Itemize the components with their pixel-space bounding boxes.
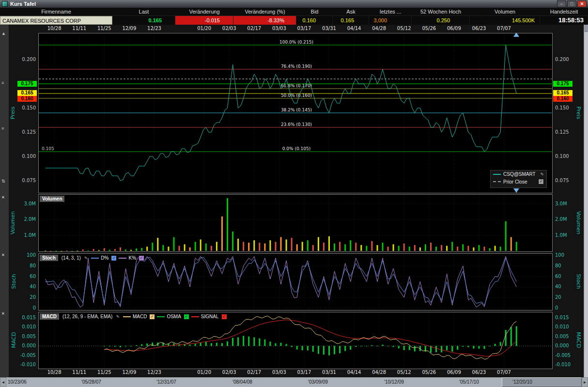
series-swatch [91, 258, 99, 259]
column-header-4[interactable]: Veränderung (%) [233, 8, 296, 15]
tool-icon[interactable]: ✎ [116, 314, 120, 319]
price-marker-mid-left: 0.165 [17, 90, 37, 96]
osma-histogram-bar [221, 343, 223, 346]
volume-bar [360, 245, 362, 251]
close-button[interactable]: ✕ [577, 0, 587, 7]
osma-histogram-bar [318, 346, 319, 354]
column-header-6[interactable]: Ask [333, 8, 369, 15]
date-tick-label-top: 10/28 [47, 26, 62, 31]
series-swatch [157, 316, 165, 317]
osma-histogram-bar [216, 343, 217, 346]
time-scrollbar[interactable]: ◄ ► 10/23/06'05/28/07'12/31/07'08/04/08'… [0, 377, 588, 387]
series-checkbox[interactable]: ✓ [111, 255, 117, 261]
volume-axis-label: Volumen [575, 211, 582, 234]
macd-tick-label: -0.010 [555, 362, 571, 367]
maximize-button[interactable]: □ [567, 0, 576, 7]
date-tick-label-top: 03/03 [272, 26, 286, 31]
osma-histogram-bar [409, 346, 410, 350]
scroll-up-icon[interactable]: ▲ [1, 31, 6, 36]
date-tick-label-top: 05/12 [397, 26, 411, 31]
volume-bar [179, 246, 180, 251]
quote-company-name[interactable]: CANAMEX RESOURCES CORP [0, 16, 112, 25]
minimize-button[interactable]: – [557, 0, 566, 7]
volume-tick-label: 3.0M [24, 201, 36, 206]
price-marker-mid-right: 0.165 [553, 90, 573, 96]
macd-tick-label: 0.005 [555, 334, 569, 339]
close-stoch-panel-icon[interactable]: ✕ [1, 253, 5, 257]
volume-panel-label: Volumen [40, 196, 64, 202]
column-header-7[interactable]: letztes ... [369, 8, 412, 15]
quote-row[interactable]: CANAMEX RESOURCES CORP 0.165 -0.015 -8.3… [0, 16, 588, 25]
price-tick-label: 0.150 [22, 105, 36, 110]
fib-level-label: 23.6% (0.130) [281, 122, 312, 127]
volume-bar [157, 238, 158, 251]
tool-icon[interactable]: ✎ [84, 256, 88, 261]
vertical-scrollbar[interactable] [584, 8, 588, 377]
series-checkbox[interactable]: ✓ [139, 255, 144, 261]
date-tick-label-top: 04/28 [372, 26, 386, 31]
fib-level-label: 100.0% (0.215) [279, 40, 313, 45]
date-tick-label-bottom: 01/20 [197, 370, 211, 375]
date-tick-label-bottom: 04/28 [372, 370, 386, 375]
volume-bar [205, 244, 207, 251]
osma-histogram-bar [243, 336, 244, 346]
volume-bar [200, 239, 201, 251]
scroll-right-icon[interactable]: ► [582, 377, 588, 387]
osma-histogram-bar [505, 330, 507, 346]
close-volume-panel-icon[interactable]: ✕ [1, 195, 5, 200]
close-macd-panel-icon[interactable]: ✕ [1, 311, 5, 316]
series-label: K% [128, 255, 136, 261]
osma-histogram-bar [253, 337, 255, 346]
stoch-tick-label: 20 [555, 294, 561, 300]
column-header-3[interactable]: Veränderung [175, 8, 233, 15]
tool-icon[interactable]: ✎ [540, 172, 544, 177]
osma-histogram-bar [355, 346, 356, 347]
volume-bar [446, 246, 448, 251]
volume-bar [232, 232, 233, 251]
chart-canvas[interactable]: 10/2810/2811/1111/1111/2511/2512/0912/09… [0, 0, 588, 387]
stoch-title: Stoch [40, 255, 58, 261]
osma-histogram-bar [120, 346, 121, 347]
page-up-icon[interactable] [513, 32, 519, 37]
volume-bar [237, 239, 239, 251]
volume-bar [382, 243, 384, 251]
volume-bar [312, 245, 314, 251]
macd-title: MACD [40, 313, 59, 320]
volume-panel-background[interactable] [39, 195, 553, 252]
volume-bar [61, 251, 62, 251]
stoch-tick-label: 0 [555, 305, 558, 310]
volume-bar [50, 251, 51, 251]
series-checkbox[interactable]: ✓ [221, 314, 227, 320]
column-header-1[interactable]: Firmenname [0, 8, 112, 15]
volume-bar [318, 237, 319, 251]
price-tick-label: 0.150 [555, 105, 569, 110]
volume-bar [409, 247, 410, 251]
series-checkbox[interactable]: ✓ [149, 314, 155, 320]
scroll-left-icon[interactable]: ◄ [0, 377, 6, 387]
volume-bar [435, 247, 437, 251]
series-swatch [119, 258, 126, 259]
series-checkbox[interactable]: ✓ [184, 314, 189, 320]
date-tick-label-bottom: 03/17 [297, 370, 311, 375]
column-header-8[interactable]: 52 Wochen Hoch [412, 8, 470, 15]
column-header-9[interactable]: Volumen [470, 8, 540, 15]
column-header-10[interactable]: Handelszeit [540, 8, 588, 15]
page-down-icon[interactable] [513, 188, 519, 193]
prior-close-checkbox[interactable]: ✓ [538, 179, 544, 185]
volume-bar [168, 247, 169, 251]
window-titlebar[interactable]: Kurs Tafel – □ ✕ [0, 0, 588, 8]
date-tick-label-top: 01/20 [197, 26, 211, 31]
column-header-5[interactable]: Bid [296, 8, 333, 15]
osma-histogram-bar [264, 340, 265, 346]
date-tick-label-top: 07/07 [497, 26, 511, 31]
price-tick-label: 0.075 [22, 178, 36, 183]
volume-bar [403, 244, 405, 251]
osma-histogram-bar [511, 327, 512, 346]
splitter-handle-icon[interactable]: ≡ [1, 80, 4, 85]
column-header-2[interactable]: Last [112, 8, 175, 15]
stoch-panel-background[interactable] [39, 254, 553, 310]
price-tick-label: 0.200 [22, 57, 36, 62]
scroll-down-icon[interactable]: ⇅ [1, 179, 5, 184]
volume-bar [344, 244, 346, 251]
splitter-handle-icon[interactable]: ≡ [1, 126, 4, 131]
